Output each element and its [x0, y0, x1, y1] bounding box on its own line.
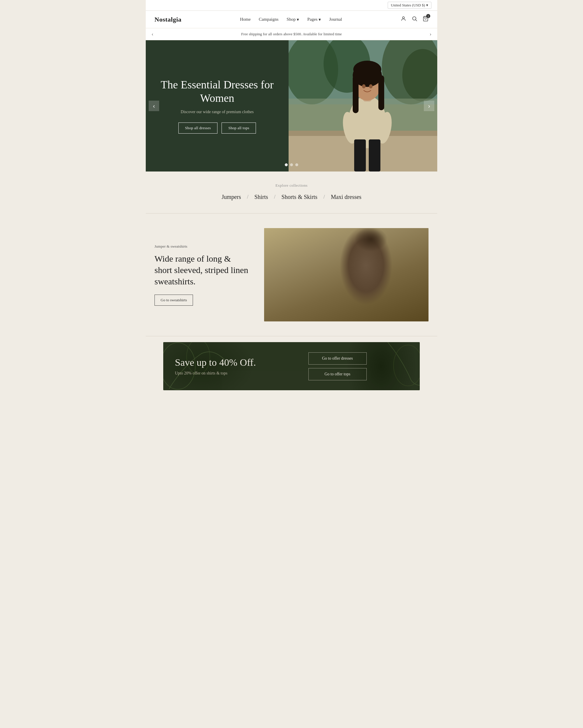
section-divider	[146, 213, 437, 213]
chevron-down-icon: ▾	[426, 3, 428, 7]
offer-section: Save up to 40% Off. Upto 20% offer on sh…	[163, 342, 420, 390]
section-divider-2	[146, 336, 437, 336]
announcement-text: Free shipping for all orders above $500.…	[241, 32, 342, 36]
svg-rect-20	[378, 75, 384, 110]
svg-point-42	[393, 345, 420, 386]
collection-jumpers[interactable]: Jumpers	[222, 192, 241, 202]
slide-dot-1[interactable]	[285, 163, 288, 166]
svg-point-37	[396, 295, 419, 321]
svg-line-2	[416, 20, 417, 21]
slide-dot-3[interactable]	[295, 163, 298, 166]
nav-shop[interactable]: Shop ▾	[286, 17, 299, 22]
svg-point-33	[336, 234, 361, 262]
svg-rect-35	[367, 279, 384, 286]
svg-rect-24	[354, 139, 366, 172]
shop-all-tops-button[interactable]: Shop all tops	[222, 123, 256, 134]
hero-text-panel: The Essential Dresses for Women Discover…	[146, 40, 288, 172]
svg-rect-19	[353, 75, 359, 113]
svg-point-29	[352, 240, 381, 275]
collection-maxi-dresses[interactable]: Maxi dresses	[331, 192, 361, 202]
announcement-next[interactable]: ›	[430, 31, 432, 37]
slider-dots	[285, 163, 298, 166]
jumper-image	[264, 228, 428, 321]
svg-point-36	[389, 278, 403, 286]
main-nav: Home Campaigns Shop ▾ Pages ▾ Journal	[240, 17, 342, 22]
svg-point-41	[187, 342, 210, 374]
jumper-title: Wide range of long & short sleeved, stri…	[155, 253, 250, 287]
hero-title: The Essential Dresses for Women	[158, 78, 277, 105]
svg-point-28	[329, 228, 364, 275]
svg-rect-31	[279, 284, 413, 288]
svg-rect-27	[332, 228, 390, 286]
svg-rect-26	[264, 228, 428, 321]
announcement-prev[interactable]: ‹	[151, 31, 153, 37]
hero-image	[288, 40, 437, 172]
collections-nav: Jumpers / Shirts / Shorts & Skirts / Max…	[151, 192, 432, 202]
site-header: Nostalgia Home Campaigns Shop ▾ Pages ▾ …	[146, 11, 437, 28]
nav-journal[interactable]: Journal	[329, 17, 342, 22]
go-to-sweatshirts-button[interactable]: Go to sweatshirts	[155, 294, 193, 306]
svg-point-39	[379, 280, 384, 284]
svg-rect-30	[285, 286, 402, 321]
svg-point-34	[307, 292, 317, 299]
svg-point-0	[402, 17, 405, 19]
svg-point-40	[163, 343, 195, 389]
shop-all-dresses-button[interactable]: Shop all dresses	[178, 123, 218, 134]
svg-point-22	[362, 84, 365, 88]
svg-point-38	[408, 292, 425, 316]
svg-point-1	[413, 17, 416, 20]
cart-icon[interactable]: 1	[423, 16, 428, 23]
region-selector[interactable]: United States (USD $) ▾	[388, 2, 432, 9]
collections-section: Explore collections Jumpers / Shirts / S…	[146, 172, 437, 207]
svg-point-23	[369, 84, 372, 88]
search-icon[interactable]	[412, 16, 417, 23]
site-logo[interactable]: Nostalgia	[155, 16, 182, 23]
hero-image-panel	[288, 40, 437, 172]
nav-home[interactable]: Home	[240, 17, 251, 22]
slide-dot-2[interactable]	[290, 163, 293, 166]
collection-shirts[interactable]: Shirts	[254, 192, 268, 202]
header-icons: 1	[400, 16, 428, 23]
svg-point-21	[353, 61, 381, 78]
top-bar: United States (USD $) ▾	[146, 0, 437, 11]
jumper-tag: Jumper & sweatshirts	[155, 244, 250, 249]
jumper-section: Jumper & sweatshirts Wide range of long …	[146, 219, 437, 330]
hero-next-arrow[interactable]: ›	[424, 101, 434, 111]
hero-buttons: Shop all dresses Shop all tops	[178, 123, 256, 134]
collections-label: Explore collections	[151, 183, 432, 188]
region-label: United States (USD $)	[391, 3, 425, 7]
chevron-down-icon: ▾	[297, 17, 299, 22]
nav-campaigns[interactable]: Campaigns	[259, 17, 279, 22]
jumper-image-placeholder	[264, 228, 428, 321]
chevron-down-icon: ▾	[318, 17, 321, 22]
jumper-text-block: Jumper & sweatshirts Wide range of long …	[155, 228, 255, 321]
announcement-bar: ‹ Free shipping for all orders above $50…	[146, 28, 437, 40]
cart-count: 1	[426, 14, 430, 18]
nav-pages[interactable]: Pages ▾	[307, 17, 321, 22]
collection-shorts-skirts[interactable]: Shorts & Skirts	[282, 192, 317, 202]
svg-rect-25	[369, 139, 381, 172]
account-icon[interactable]	[400, 16, 406, 23]
hero-slider: The Essential Dresses for Women Discover…	[146, 40, 437, 172]
offer-section-wrapper: Save up to 40% Off. Upto 20% offer on sh…	[155, 342, 428, 390]
svg-point-32	[333, 238, 365, 264]
hero-subtitle: Discover our wide range of premium cloth…	[181, 110, 254, 114]
hero-prev-arrow[interactable]: ‹	[149, 101, 159, 111]
